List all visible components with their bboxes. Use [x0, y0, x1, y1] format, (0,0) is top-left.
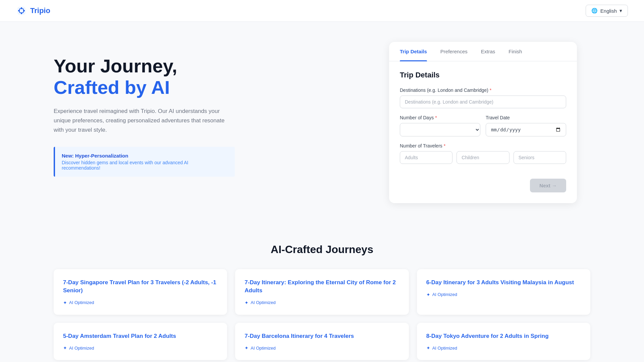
ai-badge-label: AI Optimized [69, 300, 94, 305]
ai-badge: ✦ AI Optimized [63, 300, 218, 305]
main-content: Your Journey, Crafted by AI Experience t… [0, 22, 644, 223]
num-days-label: Number of Days * [400, 115, 480, 120]
ai-badge-label: AI Optimized [432, 346, 457, 351]
ai-badge-label: AI Optimized [69, 346, 94, 351]
tab-extras[interactable]: Extras [481, 42, 495, 61]
promo-description: Discover hidden gems and local events wi… [62, 160, 228, 171]
svg-rect-5 [23, 10, 25, 11]
ai-badge: ✦ AI Optimized [245, 345, 399, 351]
journey-card: 7-Day Barcelona Itinerary for 4 Traveler… [235, 323, 409, 360]
seniors-input[interactable] [514, 151, 566, 164]
hero-description: Experience travel reimagined with Tripio… [54, 107, 228, 135]
hero-title: Your Journey, Crafted by AI [54, 55, 362, 99]
travel-date-group: Travel Date [486, 115, 566, 136]
travel-date-input[interactable] [486, 123, 566, 136]
destinations-label: Destinations (e.g. London and Cambridge)… [400, 87, 566, 93]
travelers-inputs [400, 151, 566, 164]
ai-badge-label: AI Optimized [432, 292, 457, 297]
header: Tripio 🌐 English ▾ [0, 0, 644, 22]
svg-rect-2 [21, 7, 22, 9]
promo-title: New: Hyper-Personalization [62, 153, 228, 159]
ai-badge: ✦ AI Optimized [245, 300, 399, 305]
trip-form-card: Trip Details Preferences Extras Finish T… [389, 42, 577, 203]
next-button[interactable]: Next → [530, 179, 566, 192]
svg-rect-3 [21, 13, 22, 14]
ai-badge: ✦ AI Optimized [426, 292, 581, 297]
journey-card-title: 7-Day Barcelona Itinerary for 4 Traveler… [245, 332, 399, 340]
tab-preferences[interactable]: Preferences [440, 42, 468, 61]
journey-card-title: 5-Day Amsterdam Travel Plan for 2 Adults [63, 332, 218, 340]
journeys-title: AI-Crafted Journeys [54, 243, 590, 256]
ai-star-icon: ✦ [63, 345, 67, 351]
lang-label: English [600, 8, 617, 14]
adults-input[interactable] [400, 151, 452, 164]
journey-card: 7-Day Singapore Travel Plan for 3 Travel… [54, 269, 227, 315]
hero-title-line2: Crafted by AI [54, 77, 170, 98]
hero-section: Your Journey, Crafted by AI Experience t… [54, 42, 362, 177]
logo-text: Tripio [30, 6, 50, 15]
ai-badge: ✦ AI Optimized [426, 345, 581, 351]
ai-star-icon: ✦ [245, 345, 249, 351]
num-days-group: Number of Days * 1 2 3 4 5 6 7 8 9 [400, 115, 480, 136]
days-date-row: Number of Days * 1 2 3 4 5 6 7 8 9 [400, 115, 566, 143]
next-button-label: Next → [539, 183, 557, 188]
journey-card-title: 6-Day Itinerary for 3 Adults Visiting Ma… [426, 279, 581, 287]
num-days-select[interactable]: 1 2 3 4 5 6 7 8 9 10 14 [400, 123, 480, 136]
ai-star-icon: ✦ [426, 292, 430, 297]
required-star-days: * [435, 115, 437, 120]
form-section-title: Trip Details [400, 71, 566, 79]
destinations-input[interactable] [400, 96, 566, 108]
journey-card: 7-Day Itinerary: Exploring the Eternal C… [235, 269, 409, 315]
globe-icon: 🌐 [591, 8, 598, 14]
journey-card-title: 7-Day Singapore Travel Plan for 3 Travel… [63, 279, 218, 295]
logo-icon [16, 5, 27, 16]
journey-card-title: 8-Day Tokyo Adventure for 2 Adults in Sp… [426, 332, 581, 340]
travel-date-label: Travel Date [486, 115, 566, 120]
required-star: * [490, 87, 491, 93]
journey-card: 8-Day Tokyo Adventure for 2 Adults in Sp… [417, 323, 590, 360]
logo[interactable]: Tripio [16, 5, 50, 16]
promo-banner: New: Hyper-Personalization Discover hidd… [54, 147, 235, 177]
required-star-travelers: * [444, 143, 445, 148]
form-tabs: Trip Details Preferences Extras Finish [389, 42, 577, 61]
journey-card: 6-Day Itinerary for 3 Adults Visiting Ma… [417, 269, 590, 315]
svg-rect-4 [18, 10, 19, 11]
chevron-down-icon: ▾ [620, 8, 622, 14]
ai-star-icon: ✦ [63, 300, 67, 305]
ai-badge-label: AI Optimized [251, 346, 275, 351]
children-input[interactable] [457, 151, 509, 164]
tab-trip-details[interactable]: Trip Details [400, 42, 427, 61]
tab-finish[interactable]: Finish [508, 42, 522, 61]
language-button[interactable]: 🌐 English ▾ [586, 5, 628, 17]
ai-badge: ✦ AI Optimized [63, 345, 218, 351]
journey-card: 5-Day Amsterdam Travel Plan for 2 Adults… [54, 323, 227, 360]
travelers-group: Number of Travelers * [400, 143, 566, 164]
destinations-group: Destinations (e.g. London and Cambridge)… [400, 87, 566, 108]
travelers-label: Number of Travelers * [400, 143, 566, 148]
journeys-grid: 7-Day Singapore Travel Plan for 3 Travel… [54, 269, 590, 360]
ai-star-icon: ✦ [426, 345, 430, 351]
journey-card-title: 7-Day Itinerary: Exploring the Eternal C… [245, 279, 399, 295]
form-content: Trip Details Destinations (e.g. London a… [389, 61, 577, 164]
ai-star-icon: ✦ [245, 300, 249, 305]
hero-title-line1: Your Journey, [54, 55, 177, 76]
journeys-section: AI-Crafted Journeys 7-Day Singapore Trav… [0, 223, 644, 362]
ai-badge-label: AI Optimized [251, 300, 275, 305]
